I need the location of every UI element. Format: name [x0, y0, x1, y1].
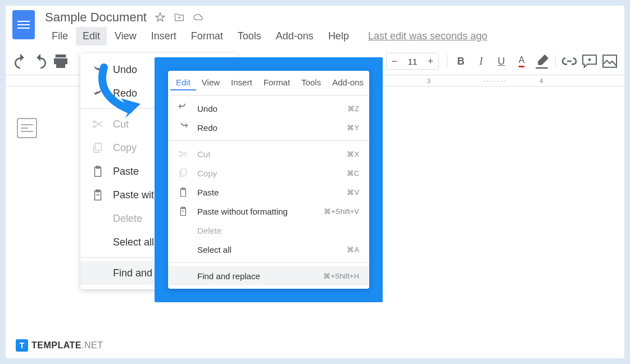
- ruler-tick: · · · · · · ·: [483, 78, 540, 84]
- shortcut: ⌘+Shift+H: [323, 272, 359, 280]
- outline-panel: [17, 118, 37, 138]
- menu-tools[interactable]: Tools: [231, 27, 268, 46]
- co-copy-item[interactable]: Copy ⌘C: [168, 163, 369, 183]
- outline-icon[interactable]: [17, 118, 37, 138]
- watermark-icon: T: [16, 339, 28, 352]
- shortcut: ⌘V: [347, 188, 359, 197]
- shortcut: ⌘C: [347, 169, 359, 178]
- co-paste-wo-item[interactable]: Paste without formatting ⌘+Shift+V: [168, 202, 369, 221]
- print-button[interactable]: [52, 52, 70, 70]
- menu-format[interactable]: Format: [184, 27, 230, 46]
- co-find-replace-item[interactable]: Find and replace ⌘+Shift+H: [168, 266, 369, 285]
- copy-icon: [92, 142, 104, 154]
- shortcut: ⌘X: [347, 150, 359, 158]
- callout-menu-edit[interactable]: Edit: [170, 75, 196, 90]
- co-redo-item[interactable]: Redo ⌘Y: [168, 118, 369, 137]
- last-edit-link[interactable]: Last edit was seconds ago: [368, 30, 487, 42]
- co-undo-item[interactable]: Undo ⌘Z: [168, 99, 369, 118]
- insert-link-button[interactable]: [560, 52, 578, 70]
- menu-view[interactable]: View: [108, 27, 143, 46]
- watermark-text: TEMPLATE.NET: [31, 340, 103, 351]
- callout-menu-view[interactable]: View: [196, 75, 225, 90]
- callout-menu-tools[interactable]: Tools: [296, 75, 327, 90]
- menubar: File Edit View Insert Format Tools Add-o…: [45, 27, 618, 46]
- italic-button[interactable]: I: [472, 52, 490, 70]
- clipboard-plain-icon: [92, 189, 104, 201]
- menu-help[interactable]: Help: [321, 27, 356, 46]
- callout-arrow-icon: [87, 62, 155, 131]
- menu-insert[interactable]: Insert: [144, 27, 183, 46]
- underline-button[interactable]: U: [492, 52, 510, 70]
- watermark: T TEMPLATE.NET: [16, 339, 103, 352]
- insert-comment-button[interactable]: [581, 52, 599, 70]
- callout-menu-insert[interactable]: Insert: [225, 75, 258, 90]
- shortcut: ⌘Y: [347, 124, 359, 132]
- shortcut: ⌘+Shift+V: [324, 207, 359, 216]
- copy-icon: [178, 168, 188, 178]
- insert-image-button[interactable]: [601, 52, 619, 70]
- menu-addons[interactable]: Add-ons: [269, 27, 320, 46]
- menu-file[interactable]: File: [45, 27, 75, 46]
- ruler-tick-4: 4: [540, 78, 596, 84]
- co-paste-item[interactable]: Paste ⌘V: [168, 183, 369, 202]
- docs-logo-icon[interactable]: [12, 10, 35, 39]
- redo-button[interactable]: [31, 52, 49, 70]
- bold-button[interactable]: B: [452, 52, 470, 70]
- callout-menu-format[interactable]: Format: [258, 75, 296, 90]
- callout-menu-addons[interactable]: Add-ons: [327, 75, 369, 90]
- ruler-tick-3: 3: [427, 78, 483, 84]
- clipboard-icon: [92, 165, 104, 178]
- shortcut: ⌘A: [347, 245, 359, 254]
- co-select-all-item[interactable]: Select all ⌘A: [168, 240, 369, 259]
- redo-icon: [178, 122, 188, 133]
- shortcut: ⌘Z: [347, 104, 359, 113]
- app-window: Sample Document File Edit View Insert Fo…: [6, 6, 624, 358]
- move-folder-icon[interactable]: [174, 12, 185, 23]
- document-title[interactable]: Sample Document: [45, 10, 147, 25]
- font-size-increase[interactable]: +: [423, 53, 438, 69]
- undo-button[interactable]: [11, 52, 29, 70]
- clipboard-plain-icon: [178, 206, 188, 216]
- callout-panel: Edit View Insert Format Tools Add-ons Un…: [155, 57, 383, 302]
- text-color-button[interactable]: A: [513, 52, 531, 70]
- font-size-value[interactable]: 11: [402, 57, 423, 66]
- cloud-status-icon[interactable]: [193, 12, 204, 23]
- font-size-decrease[interactable]: −: [387, 53, 402, 69]
- callout-menubar: Edit View Insert Format Tools Add-ons: [168, 71, 369, 95]
- menu-edit[interactable]: Edit: [76, 27, 107, 46]
- undo-icon: [178, 103, 188, 113]
- font-size-control: − 11 +: [386, 53, 439, 70]
- co-cut-item[interactable]: Cut ⌘X: [168, 144, 369, 163]
- star-icon[interactable]: [155, 12, 166, 23]
- header: Sample Document File Edit View Insert Fo…: [6, 6, 624, 46]
- scissors-icon: [178, 149, 188, 159]
- clipboard-icon: [178, 187, 188, 197]
- highlight-button[interactable]: [533, 52, 551, 70]
- co-delete-item[interactable]: Delete: [168, 221, 369, 240]
